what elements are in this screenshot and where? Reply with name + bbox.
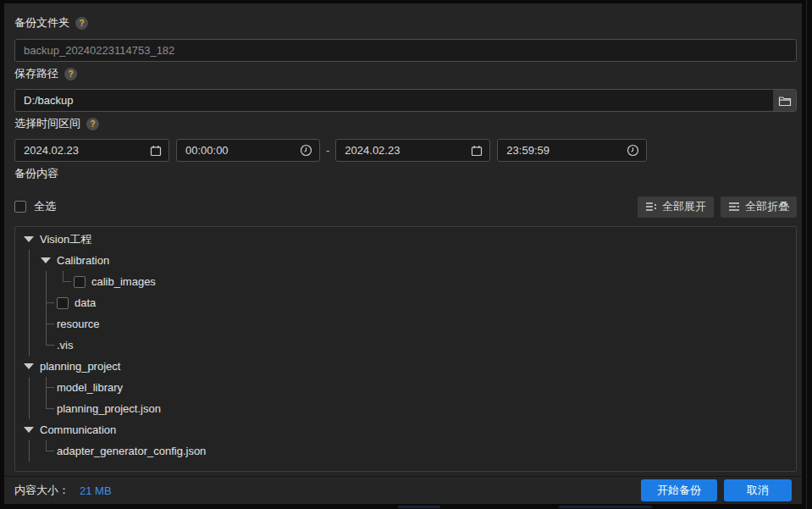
folder-icon [778, 95, 792, 107]
backup-folder-label-row: 备份文件夹 ? [14, 15, 88, 30]
start-time-value: 00:00:00 [185, 144, 229, 157]
end-time-input[interactable]: 23:59:59 [497, 139, 647, 162]
start-backup-button[interactable]: 开始备份 [641, 479, 717, 501]
tree-item-checkbox[interactable] [57, 297, 69, 309]
expander-icon[interactable] [24, 236, 40, 242]
tree-row[interactable]: model_library [15, 377, 796, 398]
tree-row[interactable]: Communication [15, 419, 796, 440]
tree-item-label: .vis [57, 339, 74, 351]
tree-item-label: planning_project.json [57, 402, 161, 415]
end-date-value: 2024.02.23 [345, 144, 400, 157]
tree-item-label: calib_images [91, 275, 156, 288]
cancel-button[interactable]: 取消 [724, 479, 792, 501]
browse-folder-button[interactable] [773, 90, 796, 111]
select-all-label: 全选 [34, 199, 56, 214]
content-size-value: 21 MB [80, 484, 112, 497]
select-all-checkbox[interactable] [14, 201, 26, 213]
tree-item-label: model_library [57, 381, 123, 394]
save-path-label: 保存路径 [14, 66, 58, 81]
save-path-input[interactable] [15, 90, 773, 111]
backup-folder-name-input[interactable] [14, 39, 797, 62]
tree-row[interactable]: data [15, 292, 796, 313]
dialog-footer: 内容大小： 21 MB 开始备份 取消 [4, 476, 802, 504]
expand-all-button[interactable]: 全部展开 [638, 196, 714, 218]
calendar-icon[interactable] [471, 145, 483, 157]
tree-item-label: adapter_generator_config.json [57, 445, 206, 457]
tree-row[interactable]: adapter_generator_config.json [15, 440, 796, 462]
save-path-field [14, 89, 797, 112]
tree-item-label: data [75, 296, 96, 309]
time-range-label-row: 选择时间区间 ? [14, 116, 99, 131]
tree-item-label: Communication [40, 423, 116, 436]
range-dash: - [326, 144, 329, 157]
help-icon[interactable]: ? [75, 17, 88, 30]
tree-row[interactable]: Calibration [15, 250, 796, 271]
start-date-value: 2024.02.23 [24, 144, 79, 157]
tree-row[interactable]: planning_project.json [15, 398, 796, 419]
expander-icon[interactable] [24, 363, 40, 369]
backup-folder-label: 备份文件夹 [14, 15, 69, 30]
expand-all-icon [645, 201, 657, 213]
end-date-input[interactable]: 2024.02.23 [335, 139, 490, 162]
start-date-input[interactable]: 2024.02.23 [14, 139, 169, 162]
time-range-label: 选择时间区间 [14, 116, 80, 131]
help-icon[interactable]: ? [64, 68, 77, 80]
save-path-label-row: 保存路径 ? [14, 66, 77, 81]
collapse-all-icon [728, 201, 740, 213]
window-edge-line [806, 0, 807, 509]
backup-dialog: 备份文件夹 ? 保存路径 ? 选择时间区间 ? 2024.02.23 [4, 3, 802, 504]
tree-row[interactable]: resource [15, 313, 796, 335]
start-time-input[interactable]: 00:00:00 [176, 139, 320, 162]
tree-item-label: resource [57, 318, 100, 330]
end-time-value: 23:59:59 [506, 144, 550, 157]
clock-icon[interactable] [627, 144, 639, 157]
tree-item-checkbox[interactable] [74, 276, 86, 288]
collapse-all-button[interactable]: 全部折叠 [721, 196, 797, 218]
tree-item-label: planning_project [40, 360, 120, 373]
time-range-row: 2024.02.23 00:00:00 - 2024.02.23 [14, 139, 647, 162]
backup-content-label: 备份内容 [14, 166, 58, 181]
background-window-artifact [559, 506, 652, 508]
tree-row[interactable]: calib_images [15, 271, 796, 292]
clock-icon[interactable] [300, 144, 312, 157]
content-label-row: 备份内容 [14, 166, 58, 181]
help-icon[interactable]: ? [86, 118, 99, 130]
tree-row[interactable]: planning_project [15, 356, 796, 377]
collapse-all-label: 全部折叠 [745, 199, 789, 214]
backup-content-tree[interactable]: Vision工程Calibrationcalib_imagesdataresou… [14, 226, 797, 472]
tree-item-label: Vision工程 [40, 232, 91, 247]
tree-item-label: Calibration [57, 254, 109, 267]
tree-row[interactable]: .vis [15, 335, 796, 356]
content-size-label: 内容大小： [14, 483, 69, 498]
tree-row[interactable]: Vision工程 [15, 229, 796, 250]
calendar-icon[interactable] [150, 145, 162, 157]
expander-icon[interactable] [41, 257, 57, 263]
expand-all-label: 全部展开 [662, 199, 706, 214]
expander-icon[interactable] [24, 427, 40, 433]
background-window-artifact [398, 506, 440, 508]
select-all-row: 全选 全部展开 [14, 196, 797, 218]
